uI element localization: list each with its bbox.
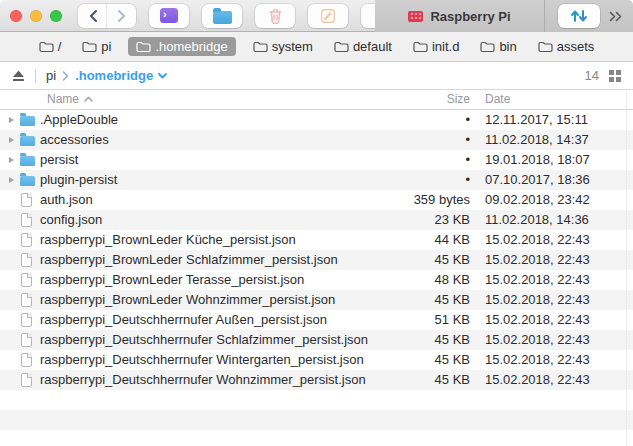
folder-outline-icon	[538, 41, 553, 53]
file-size: 45 KB	[435, 290, 470, 310]
folder-outline-icon	[39, 41, 54, 53]
file-size: 44 KB	[435, 230, 470, 250]
file-list: .AppleDouble • 12.11.2017, 15:11 accesso…	[0, 110, 633, 446]
folder-icon	[20, 136, 35, 147]
file-date: 15.02.2018, 22:43	[485, 230, 590, 250]
breadcrumb-item-pi[interactable]: pi	[78, 37, 115, 56]
breadcrumb-label: init.d	[432, 39, 459, 54]
table-row[interactable]: .AppleDouble • 12.11.2017, 15:11	[0, 110, 633, 130]
forward-button[interactable]	[107, 4, 136, 28]
file-date: 11.02.2018, 14:37	[485, 130, 589, 150]
breadcrumb-label: assets	[557, 39, 595, 54]
folder-outline-icon	[136, 41, 151, 53]
close-window-button[interactable]	[10, 10, 22, 22]
delete-button[interactable]	[255, 4, 295, 28]
table-row[interactable]: raspberrypi_Deutschherrnufer Wohnzimmer_…	[0, 370, 633, 390]
table-row[interactable]: raspberrypi_Deutschherrnufer Wintergarte…	[0, 350, 633, 370]
file-icon	[21, 193, 32, 207]
file-name: raspberrypi_BrownLeder Terasse_persist.j…	[40, 270, 304, 290]
file-date: 15.02.2018, 22:43	[485, 310, 590, 330]
folder-icon	[213, 11, 232, 24]
column-label: Name	[47, 92, 79, 106]
folder-outline-icon	[480, 41, 495, 53]
table-row[interactable]: config.json 23 KB 11.02.2018, 14:36	[0, 210, 633, 230]
breadcrumb-label: pi	[101, 39, 111, 54]
breadcrumb-label: .homebridge	[155, 39, 227, 54]
sync-button[interactable]	[558, 4, 600, 28]
file-name: raspberrypi_BrownLeder Schlafzimmer_pers…	[40, 250, 338, 270]
tab-bar: Raspberry Pi	[375, 0, 633, 32]
history-navigation	[78, 4, 136, 28]
file-name: auth.json	[40, 190, 93, 210]
tab-overflow-button[interactable]	[608, 11, 623, 22]
disclosure-triangle-icon[interactable]	[9, 137, 14, 143]
view-grid-icon[interactable]	[609, 70, 621, 82]
file-size: •	[465, 110, 470, 130]
file-date: 19.01.2018, 18:07	[485, 150, 590, 170]
file-date: 15.02.2018, 22:43	[485, 270, 590, 290]
breadcrumb-item-homebridge-selected[interactable]: .homebridge	[128, 37, 235, 56]
current-folder-label: .homebridge	[75, 68, 153, 83]
back-button[interactable]	[78, 4, 107, 28]
disclosure-triangle-icon[interactable]	[9, 177, 14, 183]
file-size: 51 KB	[435, 310, 470, 330]
folder-outline-icon	[413, 41, 428, 53]
table-row[interactable]: persist • 19.01.2018, 18:07	[0, 150, 633, 170]
folder-outline-icon	[334, 41, 349, 53]
table-header: Name Size Date	[0, 90, 633, 110]
disclosure-triangle-icon[interactable]	[9, 157, 14, 163]
file-size: 45 KB	[435, 330, 470, 350]
breadcrumb-item-root[interactable]: /	[35, 37, 66, 56]
table-row[interactable]: raspberrypi_BrownLeder Wohnzimmer_persis…	[0, 290, 633, 310]
breadcrumb-item-bin[interactable]: bin	[476, 37, 520, 56]
path-bar: pi .homebridge 14	[0, 62, 633, 90]
disclosure-triangle-icon[interactable]	[9, 117, 14, 123]
file-date: 15.02.2018, 22:43	[485, 250, 590, 270]
breadcrumb-item-system[interactable]: system	[249, 37, 317, 56]
new-folder-button[interactable]	[202, 4, 242, 28]
file-date: 15.02.2018, 22:43	[485, 290, 590, 310]
table-row[interactable]: raspberrypi_Deutschherrnufer Schlafzimme…	[0, 330, 633, 350]
breadcrumb-item-default[interactable]: default	[330, 37, 396, 56]
file-name: raspberrypi_Deutschherrnufer Wohnzimmer_…	[40, 370, 366, 390]
zoom-window-button[interactable]	[50, 10, 62, 22]
table-row[interactable]: raspberrypi_BrownLeder Schlafzimmer_pers…	[0, 250, 633, 270]
breadcrumb-item-initd[interactable]: init.d	[409, 37, 463, 56]
path-parent[interactable]: pi	[46, 68, 56, 83]
file-name: raspberrypi_Deutschherrnufer Außen_persi…	[40, 310, 327, 330]
breadcrumb-label: default	[353, 39, 392, 54]
edit-button[interactable]	[308, 4, 348, 28]
folder-outline-icon	[82, 41, 97, 53]
file-size: 48 KB	[435, 270, 470, 290]
table-row[interactable]: raspberrypi_BrownLeder Terasse_persist.j…	[0, 270, 633, 290]
table-row[interactable]: accessories • 11.02.2018, 14:37	[0, 130, 633, 150]
table-row[interactable]: raspberrypi_BrownLeder Küche_persist.jso…	[0, 230, 633, 250]
file-size: •	[465, 170, 470, 190]
file-name: plugin-persist	[40, 170, 117, 190]
column-header-name[interactable]: Name	[47, 92, 93, 106]
raspberry-pi-icon	[408, 11, 423, 22]
minimize-window-button[interactable]	[30, 10, 42, 22]
column-header-date[interactable]: Date	[485, 92, 510, 106]
file-name: config.json	[40, 210, 102, 230]
tab-raspberry-pi[interactable]: Raspberry Pi	[375, 0, 545, 32]
breadcrumb-item-assets[interactable]: assets	[534, 37, 599, 56]
overflow-chevrons-icon	[608, 11, 623, 22]
file-date: 07.10.2017, 18:36	[485, 170, 590, 190]
empty-row	[0, 410, 633, 430]
window-controls	[10, 10, 62, 22]
table-row[interactable]: auth.json 359 bytes 09.02.2018, 23:42	[0, 190, 633, 210]
terminal-button[interactable]	[149, 4, 189, 28]
table-row[interactable]: raspberrypi_Deutschherrnufer Außen_persi…	[0, 310, 633, 330]
toolbar: Raspberry Pi	[0, 0, 633, 32]
column-header-size[interactable]: Size	[447, 92, 470, 106]
file-size: 45 KB	[435, 370, 470, 390]
table-row[interactable]: plugin-persist • 07.10.2017, 18:36	[0, 170, 633, 190]
item-count: 14	[585, 68, 599, 83]
current-folder-dropdown[interactable]: .homebridge	[75, 68, 167, 83]
trash-icon	[268, 8, 283, 24]
breadcrumb-label: /	[58, 39, 62, 54]
file-icon	[21, 233, 32, 247]
forward-chevron-icon	[118, 10, 126, 22]
eject-icon[interactable]	[12, 70, 25, 82]
